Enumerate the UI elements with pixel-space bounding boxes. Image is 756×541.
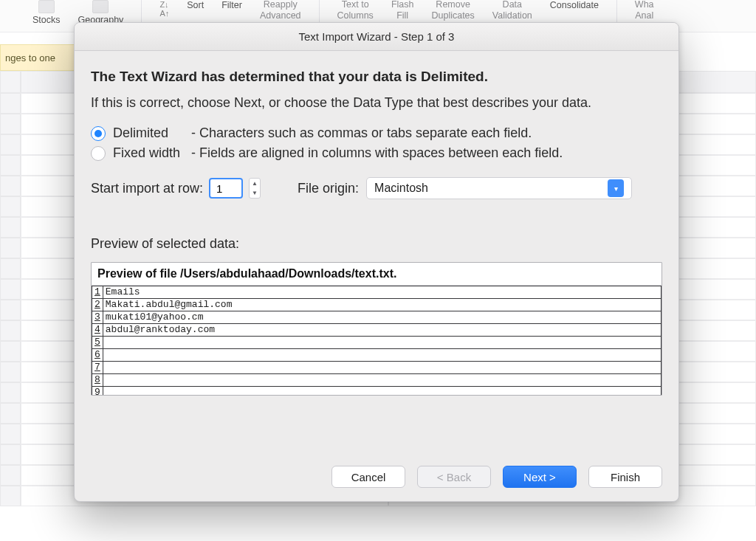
ribbon-label: Stocks [32,15,61,25]
delimited-label: Delimited [113,125,184,141]
preview-row-value [103,349,661,362]
preview-panel: Preview of file /Users/abdulahaad/Downlo… [91,262,662,396]
preview-row-index: 2 [92,299,103,311]
ribbon-data-validation[interactable]: DataValidation [492,0,532,21]
preview-row: 7 [92,362,662,374]
preview-row-value [103,387,661,396]
back-label: < Back [437,471,471,483]
finish-button[interactable]: Finish [588,466,662,488]
preview-label: Preview of selected data: [91,236,662,252]
preview-row: 1Emails [92,286,662,299]
ribbon-label: Remove [436,0,470,10]
dialog-title-text: Text Import Wizard - Step 1 of 3 [299,30,455,43]
next-label: Next > [523,471,556,483]
ribbon-label: Duplicates [431,11,474,21]
preview-row-index: 9 [92,387,103,396]
notice-text: nges to one [5,52,55,63]
ribbon-label: Flash [391,0,414,10]
ribbon-label: Text to [342,0,369,10]
ribbon-flash-fill[interactable]: FlashFill [391,0,414,21]
preview-row-index: 6 [92,349,103,362]
preview-row: 6 [92,349,662,362]
preview-row-index: 7 [92,362,103,374]
data-type-group: Delimited - Characters such as commas or… [91,125,662,161]
preview-row-value: Emails [103,286,661,299]
preview-row-index: 5 [92,337,103,349]
ribbon-label: Consolidate [550,0,599,10]
ribbon-label: Wha [635,0,654,10]
text-import-wizard-dialog: Text Import Wizard - Step 1 of 3 The Tex… [74,22,679,502]
ribbon-what-if[interactable]: WhaAnal [635,0,654,21]
dialog-title: Text Import Wizard - Step 1 of 3 [75,23,678,51]
finish-label: Finish [611,471,640,483]
preview-row-index: 3 [92,311,103,324]
delimited-radio[interactable] [91,126,106,141]
fixed-width-radio[interactable] [91,146,106,161]
file-origin-select[interactable]: Macintosh ▾ [366,177,632,199]
fixed-width-desc: - Fields are aligned in columns with spa… [191,145,563,161]
ribbon-geography[interactable]: Geography [78,0,124,25]
preview-row: 5 [92,337,662,349]
chevron-down-icon[interactable]: ▼ [250,188,260,198]
ribbon-sort-az[interactable]: Z↓A↑ [159,0,169,18]
dialog-heading: The Text Wizard has determined that your… [91,69,662,85]
notice-bar: nges to one [0,44,77,71]
ribbon-remove-duplicates[interactable]: RemoveDuplicates [431,0,474,21]
preview-row: 4abdul@ranktoday.com [92,324,662,337]
preview-row-index: 1 [92,286,103,299]
preview-row-index: 8 [92,374,103,387]
preview-row-value [103,337,661,349]
preview-row: 9 [92,387,662,396]
ribbon-label: Advanced [260,11,301,21]
fixed-width-label: Fixed width [113,145,184,161]
ribbon-label: Filter [221,0,242,10]
ribbon-stocks[interactable]: Stocks [32,0,61,25]
preview-header: Preview of file /Users/abdulahaad/Downlo… [92,263,662,286]
preview-row-value [103,374,661,387]
next-button[interactable]: Next > [503,466,577,488]
ribbon-reapply[interactable]: ReapplyAdvanced [260,0,301,21]
ribbon-filter[interactable]: Filter [221,0,242,10]
preview-row: 8 [92,374,662,387]
ribbon-label: Validation [492,11,532,21]
ribbon-text-to-columns[interactable]: Text toColumns [337,0,374,21]
back-button: < Back [417,466,491,488]
preview-row-value: abdul@ranktoday.com [103,324,661,337]
dialog-buttons: Cancel < Back Next > Finish [75,458,678,501]
preview-row-value [103,362,661,374]
preview-row-index: 4 [92,324,103,337]
dialog-subheading: If this is correct, choose Next, or choo… [91,95,662,111]
ribbon-sort[interactable]: Sort [187,0,204,10]
start-row-label: Start import at row: [91,181,203,196]
ribbon-label: Fill [396,11,408,21]
preview-row: 2Makati.abdul@gmail.com [92,299,662,311]
dropdown-arrows-icon[interactable]: ▾ [608,179,624,197]
file-origin-value: Macintosh [374,182,428,195]
ribbon-label: Anal [635,11,653,21]
cancel-button[interactable]: Cancel [331,466,405,488]
preview-row-value: Makati.abdul@gmail.com [103,299,661,311]
preview-row: 3mukati01@yahoo.cm [92,311,662,324]
file-origin-label: File origin: [298,181,359,196]
start-row-field[interactable] [215,182,237,196]
preview-table: 1Emails2Makati.abdul@gmail.com3mukati01@… [92,286,662,395]
ribbon-consolidate[interactable]: Consolidate [550,0,599,10]
start-row-stepper[interactable]: ▲ ▼ [249,178,261,199]
ribbon-label: Sort [187,0,204,10]
cancel-label: Cancel [351,471,386,483]
preview-row-value: mukati01@yahoo.cm [103,311,661,324]
chevron-up-icon[interactable]: ▲ [250,179,260,188]
start-row-input[interactable] [209,178,243,199]
ribbon-label: Columns [337,11,374,21]
preview-body[interactable]: 1Emails2Makati.abdul@gmail.com3mukati01@… [92,286,662,395]
delimited-desc: - Characters such as commas or tabs sepa… [191,125,532,141]
ribbon-label: Reapply [264,0,298,10]
ribbon-label: Data [503,0,522,10]
